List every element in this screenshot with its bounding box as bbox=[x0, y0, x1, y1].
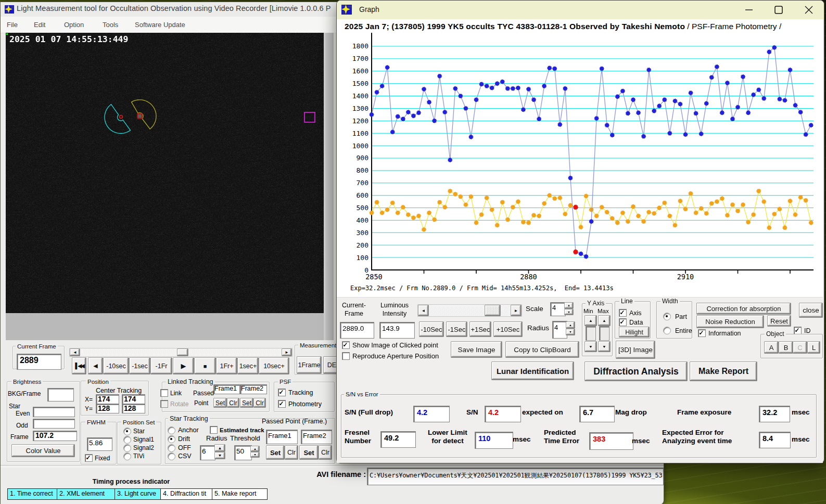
menu-file[interactable]: File bbox=[7, 21, 18, 29]
radius-up-icon[interactable]: ▲ bbox=[214, 444, 225, 452]
threshold-spinner[interactable]: ▲ ▼ bbox=[250, 446, 260, 458]
scale-spinner[interactable]: ▲ ▼ bbox=[564, 302, 574, 315]
hilight-button[interactable]: Hilight bbox=[619, 327, 650, 338]
menu-edit[interactable]: Edit bbox=[34, 21, 45, 29]
radio-off[interactable] bbox=[168, 444, 175, 452]
center-y-field[interactable]: 128 bbox=[96, 404, 119, 413]
id-checkbox[interactable] bbox=[794, 327, 802, 334]
radio-signal1[interactable] bbox=[123, 436, 131, 444]
image-3d-button[interactable]: [3D] Image bbox=[616, 341, 655, 359]
gw-current-frame-field[interactable]: 2889.0 bbox=[340, 322, 374, 339]
pp-frame1-field[interactable]: Frame1 bbox=[266, 430, 298, 444]
maximize-button[interactable] bbox=[767, 1, 791, 19]
fwhm-fixed-checkbox[interactable] bbox=[85, 454, 93, 462]
object-a-button[interactable]: A bbox=[764, 341, 779, 354]
gw-luminous-field[interactable]: 143.9 bbox=[379, 322, 415, 339]
ymax-down-button[interactable]: ▼ bbox=[598, 341, 611, 352]
pp-set1-button[interactable]: Set bbox=[266, 445, 285, 460]
correction-absorption-button[interactable]: Correction for absorption bbox=[696, 303, 791, 315]
reset-button[interactable]: Reset bbox=[767, 315, 791, 327]
diffraction-analysis-button[interactable]: Diffraction Analysis bbox=[584, 361, 688, 381]
plus-10sec-button[interactable]: 10sec+ bbox=[259, 357, 289, 374]
lunar-identification-button[interactable]: Lunar Identification bbox=[491, 361, 574, 380]
noise-reduction-button[interactable]: Noise Reduction bbox=[696, 315, 764, 328]
save-image-button[interactable]: Save Image bbox=[451, 341, 502, 358]
psf-tracking-checkbox[interactable] bbox=[278, 389, 286, 396]
width-entire-radio[interactable] bbox=[663, 327, 671, 334]
object-b-button[interactable]: B bbox=[779, 341, 793, 354]
graph-scrollbar-thumb[interactable] bbox=[485, 305, 501, 316]
radio-signal2[interactable] bbox=[123, 444, 131, 452]
odd-field[interactable] bbox=[33, 419, 75, 429]
lt-frame2-field[interactable]: Frame2 bbox=[240, 384, 267, 394]
fwhm-field[interactable]: 5.86 bbox=[87, 437, 112, 451]
make-report-button[interactable]: Make Report bbox=[690, 361, 757, 381]
skip-to-start-button[interactable]: ▌◀◀ bbox=[72, 357, 86, 374]
minus-10sec-graph-button[interactable]: -10Sec bbox=[419, 321, 444, 337]
ymax-track[interactable] bbox=[599, 326, 609, 341]
sn-field[interactable]: 4.2 bbox=[485, 406, 521, 422]
graph-scroll-left-icon[interactable]: ◄ bbox=[418, 305, 429, 316]
minus-1frame-button[interactable]: -1Fr bbox=[150, 357, 172, 374]
lt-frame1-field[interactable]: Frame1 bbox=[213, 384, 240, 394]
minus-10sec-button[interactable]: -10sec bbox=[103, 357, 129, 374]
stop-button[interactable]: ■ bbox=[194, 357, 216, 374]
threshold-down-icon[interactable]: ▼ bbox=[250, 452, 260, 458]
expected-field[interactable]: 6.7 bbox=[579, 406, 615, 422]
minus-1sec-button[interactable]: -1sec bbox=[129, 357, 150, 374]
menu-software-update[interactable]: Software Update bbox=[135, 21, 185, 29]
ymin-down-button[interactable]: ▼ bbox=[584, 341, 597, 352]
current-frame-field[interactable]: 2889 bbox=[17, 354, 61, 370]
video-scrollbar[interactable]: ◄ ► bbox=[69, 348, 293, 357]
ymin-track[interactable] bbox=[586, 326, 596, 341]
radius-graph-spinner[interactable]: ▲ ▼ bbox=[566, 321, 575, 335]
close-graph-button[interactable]: close bbox=[799, 303, 823, 318]
fresnel-field[interactable]: 49.2 bbox=[380, 431, 416, 448]
tracking-x-field[interactable]: 174 bbox=[122, 394, 145, 404]
pp-set2-button[interactable]: Set bbox=[299, 445, 319, 460]
frame-brightness-field[interactable]: 107.2 bbox=[33, 431, 77, 441]
show-image-checkbox[interactable] bbox=[342, 341, 350, 349]
graph-scroll-right-icon[interactable]: ► bbox=[511, 305, 522, 316]
scrollbar-right-arrow-icon[interactable]: ► bbox=[282, 348, 292, 356]
minus-1sec-graph-button[interactable]: -1Sec bbox=[446, 321, 467, 337]
expected-error-field[interactable]: 8.4 bbox=[759, 432, 791, 448]
object-l-button[interactable]: L bbox=[807, 341, 820, 354]
link-checkbox[interactable] bbox=[160, 389, 168, 397]
lt-set2-button[interactable]: Set bbox=[240, 398, 253, 408]
avi-filename-field[interactable]: C:¥Users¥owner¥Documents¥天文¥202501¥20250… bbox=[367, 468, 664, 485]
estimated-track-checkbox[interactable] bbox=[210, 426, 218, 434]
width-part-radio[interactable] bbox=[663, 313, 671, 320]
even-field[interactable] bbox=[33, 407, 75, 417]
radius-graph-up-icon[interactable]: ▲ bbox=[566, 321, 575, 329]
scrollbar-left-arrow-icon[interactable]: ◄ bbox=[70, 348, 80, 356]
graph-titlebar[interactable]: Graph bbox=[337, 1, 824, 19]
lower-limit-field[interactable]: 110 bbox=[475, 432, 513, 449]
radius-field[interactable]: 6 bbox=[200, 445, 215, 460]
reproduce-checkbox[interactable] bbox=[342, 352, 350, 360]
pp-clr1-button[interactable]: Clr bbox=[285, 445, 298, 460]
pp-clr2-button[interactable]: Clr bbox=[319, 445, 332, 460]
plus-1sec-graph-button[interactable]: +1Sec bbox=[469, 321, 491, 337]
bkg-frame-field[interactable] bbox=[47, 388, 74, 402]
threshold-field[interactable]: 50 bbox=[234, 445, 252, 460]
frame-exposure-field[interactable]: 32.2 bbox=[759, 406, 790, 422]
radius-graph-down-icon[interactable]: ▼ bbox=[566, 329, 575, 336]
radius-spinner[interactable]: ▲ ▼ bbox=[214, 444, 225, 459]
radio-star[interactable] bbox=[123, 428, 131, 435]
color-value-button[interactable]: Color Value bbox=[11, 444, 75, 457]
step-back-button[interactable]: ◀ bbox=[88, 357, 103, 374]
plus-10sec-graph-button[interactable]: +10Sec bbox=[493, 321, 523, 337]
line-axis-checkbox[interactable] bbox=[619, 309, 627, 317]
information-checkbox[interactable] bbox=[698, 329, 706, 337]
psf-photometry-checkbox[interactable] bbox=[278, 400, 286, 408]
lt-clr2-button[interactable]: Clr bbox=[253, 398, 266, 408]
lt-set1-button[interactable]: Set bbox=[213, 398, 227, 408]
menu-tools[interactable]: Tools bbox=[103, 21, 118, 29]
menu-option[interactable]: Option bbox=[64, 21, 84, 29]
close-window-button[interactable] bbox=[797, 1, 821, 19]
line-data-checkbox[interactable] bbox=[619, 318, 627, 326]
play-button[interactable]: ▶ bbox=[173, 357, 194, 374]
ymax-up-button[interactable]: ▲ bbox=[598, 315, 611, 326]
center-x-field[interactable]: 174 bbox=[96, 394, 119, 404]
